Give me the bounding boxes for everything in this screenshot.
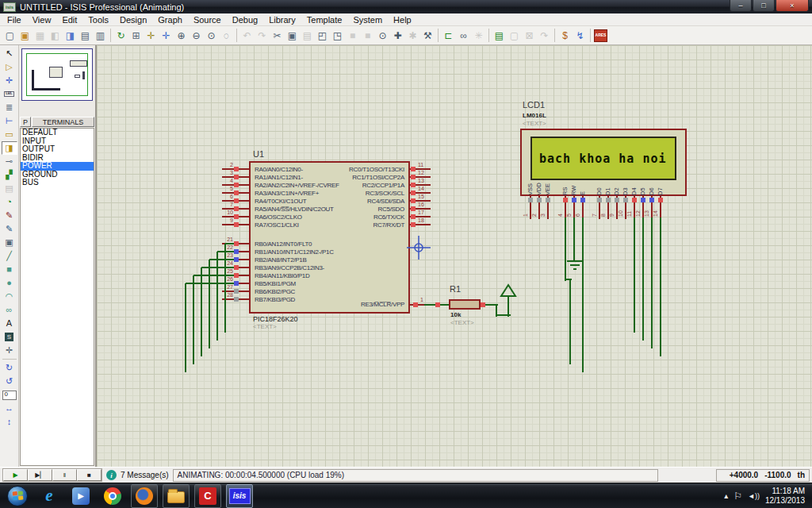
wire-segment[interactable]	[209, 259, 236, 260]
2d-line-icon[interactable]: ╱	[2, 249, 17, 263]
message-count[interactable]: 7 Message(s)	[121, 471, 169, 479]
rotate-clockwise-icon[interactable]: ↻	[2, 361, 17, 375]
wire-segment[interactable]	[565, 217, 566, 281]
menu-template[interactable]: Template	[301, 14, 348, 25]
import-section-icon[interactable]: ◧	[48, 28, 63, 43]
junction-dot-mode-icon[interactable]: ✛	[2, 74, 17, 87]
block-move-icon[interactable]: ◳	[330, 28, 345, 43]
goto-sheet-icon[interactable]: ↷	[537, 28, 552, 43]
2d-marker-icon[interactable]: ✛	[2, 344, 17, 357]
vertical-mirror-icon[interactable]: ↕	[2, 415, 17, 429]
menu-edit[interactable]: Edit	[56, 14, 82, 25]
chrome-icon[interactable]	[99, 484, 126, 508]
wire-label-mode-icon[interactable]: LBL	[2, 87, 17, 101]
subcircuit-mode-icon[interactable]: ▭	[2, 128, 17, 141]
device-pin-mode-icon[interactable]: ⊸	[2, 155, 17, 168]
bus-mode-icon[interactable]: ⊢	[2, 114, 17, 128]
schematic-canvas[interactable]: U1PIC18F26K20<TEXT>2RA0/AN0/C12IN0-3RA1/…	[96, 45, 812, 467]
minimize-button[interactable]: –	[730, 0, 752, 12]
schematic-preview[interactable]	[21, 48, 93, 101]
toggle-grid-icon[interactable]: ⊞	[128, 28, 144, 43]
wire-segment[interactable]	[201, 267, 202, 356]
wire-segment[interactable]	[660, 217, 661, 356]
wire-autorouter-icon[interactable]: ⊏	[441, 28, 456, 43]
action-center-flag-icon[interactable]: ⚐	[733, 491, 742, 502]
menu-design[interactable]: Design	[114, 14, 152, 25]
bill-of-materials-icon[interactable]: $	[557, 28, 573, 43]
media-player-icon[interactable]: ▶	[67, 484, 94, 508]
undo-icon[interactable]: ↶	[239, 28, 255, 43]
r1-body[interactable]	[449, 299, 481, 310]
menu-tools[interactable]: Tools	[82, 14, 114, 25]
play-button[interactable]: ▶	[3, 469, 28, 481]
wire-segment[interactable]	[185, 283, 186, 372]
text-script-mode-icon[interactable]: ≣	[2, 101, 17, 114]
search-tag-icon[interactable]: ∞	[456, 28, 471, 43]
wire-segment[interactable]	[193, 275, 194, 364]
close-button[interactable]: ×	[776, 0, 809, 12]
wire-segment[interactable]	[201, 267, 236, 268]
property-assignment-icon[interactable]: ✳	[471, 28, 486, 43]
wire-segment[interactable]	[193, 275, 236, 276]
menu-help[interactable]: Help	[388, 14, 417, 25]
menu-view[interactable]: View	[27, 14, 57, 25]
terminal-type-output[interactable]: OUTPUT	[21, 145, 94, 154]
horizontal-mirror-icon[interactable]: ↔	[2, 402, 17, 415]
menu-source[interactable]: Source	[188, 14, 227, 25]
zoom-in-icon[interactable]: ⊕	[174, 28, 189, 43]
wire-segment[interactable]	[224, 244, 226, 333]
2d-arc-icon[interactable]: ◠	[2, 290, 17, 303]
2d-box-icon[interactable]: ■	[2, 263, 17, 276]
wire-segment[interactable]	[216, 252, 218, 341]
maximize-button[interactable]: □	[753, 0, 775, 12]
wire-segment[interactable]	[567, 260, 583, 262]
redo-icon[interactable]: ↷	[255, 28, 270, 43]
tape-recorder-mode-icon[interactable]: ▤	[2, 182, 17, 195]
2d-path-icon[interactable]: ∞	[2, 303, 17, 317]
internet-explorer-icon[interactable]: e	[36, 484, 63, 508]
generator-mode-icon[interactable]: ◔	[2, 195, 17, 209]
paste-icon[interactable]: ▤	[300, 28, 315, 43]
new-sheet-icon[interactable]: ▢	[507, 28, 522, 43]
pic-c-compiler-icon[interactable]: C	[194, 484, 221, 508]
message-info-icon[interactable]: i	[106, 470, 117, 480]
pan-icon[interactable]: ✛	[159, 28, 174, 43]
explorer-folder-icon[interactable]	[163, 484, 190, 508]
2d-circle-icon[interactable]: ●	[2, 276, 17, 290]
design-explorer-icon[interactable]: ▤	[492, 28, 507, 43]
save-file-icon[interactable]: ▦	[33, 28, 48, 43]
wire-segment[interactable]	[634, 217, 635, 333]
pause-button[interactable]: ‖	[52, 469, 77, 481]
rotation-angle-field[interactable]: 0	[2, 388, 17, 402]
isis-taskbar-icon[interactable]: isis	[226, 484, 253, 508]
block-delete-icon[interactable]: ■	[360, 28, 375, 43]
pick-device-icon[interactable]: ⊙	[375, 28, 390, 43]
wire-segment[interactable]	[186, 283, 236, 284]
selection-pointer-icon[interactable]: ↖	[2, 47, 17, 60]
packaging-tool-icon[interactable]: ✱	[405, 28, 420, 43]
step-button[interactable]: ▶▏	[28, 469, 52, 481]
current-probe-mode-icon[interactable]: ✎	[2, 222, 17, 236]
zoom-all-icon[interactable]: ⊙	[204, 28, 219, 43]
volume-icon[interactable]: ◄))	[748, 492, 760, 500]
wire-segment[interactable]	[642, 217, 644, 341]
origin-icon[interactable]: ✛	[144, 28, 159, 43]
menu-graph[interactable]: Graph	[152, 14, 188, 25]
wire-segment[interactable]	[573, 268, 576, 270]
remove-sheet-icon[interactable]: ⊠	[522, 28, 537, 43]
2d-symbol-icon[interactable]: S	[2, 330, 17, 344]
print-icon[interactable]: ▤	[78, 28, 93, 43]
open-folder-icon[interactable]: ▣	[17, 28, 33, 43]
redraw-icon[interactable]: ↻	[113, 28, 128, 43]
wire-segment[interactable]	[569, 279, 571, 364]
zoom-area-icon[interactable]: ◌	[219, 28, 234, 43]
decompose-icon[interactable]: ⚒	[420, 28, 435, 43]
firefox-icon[interactable]	[131, 484, 158, 508]
wire-segment[interactable]	[573, 217, 575, 262]
cut-icon[interactable]: ✂	[270, 28, 285, 43]
rotate-anticlockwise-icon[interactable]: ↺	[2, 375, 17, 388]
graph-mode-icon[interactable]: ▞	[2, 168, 17, 182]
new-file-icon[interactable]: ▢	[2, 28, 17, 43]
wire-segment[interactable]	[570, 264, 580, 266]
voltage-probe-mode-icon[interactable]: ✎	[2, 209, 17, 222]
